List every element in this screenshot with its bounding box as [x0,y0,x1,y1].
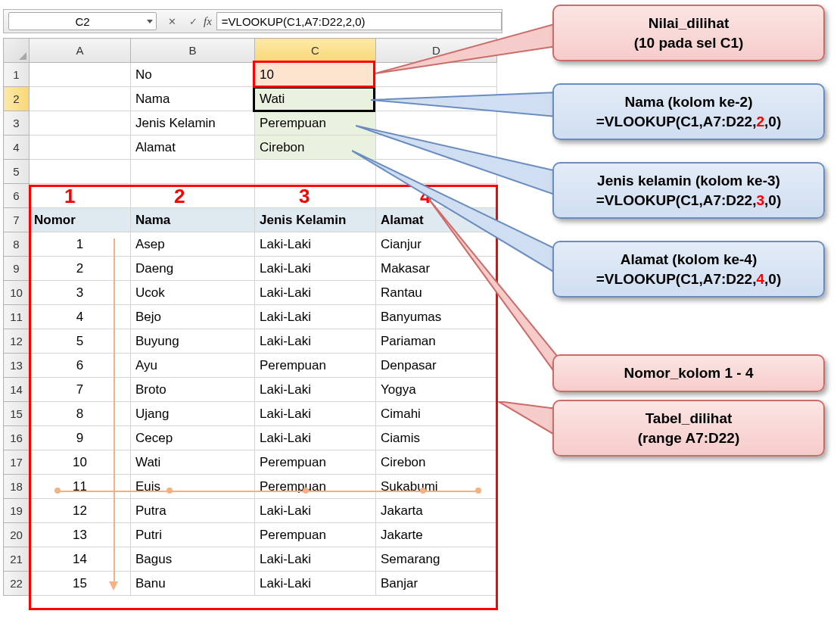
callout-text: Nilai_dilihat [649,15,730,31]
cell[interactable]: Nama [131,87,255,111]
row-header[interactable]: 16 [4,426,30,450]
col-header-B[interactable]: B [131,39,255,63]
callout-tabel-dilihat: Tabel_dilihat (range A7:D22) [552,400,825,457]
row-header[interactable]: 10 [4,281,30,305]
cell[interactable] [376,87,497,111]
colnum-3: 3 [299,185,310,208]
row-header[interactable]: 19 [4,499,30,523]
row-header[interactable]: 5 [4,160,30,184]
cell[interactable]: Jenis Kelamin [131,111,255,136]
formula-bar-row: C2 ✕ ✓ fx =VLOOKUP(C1,A7:D22,2,0) [3,9,502,33]
row-header[interactable]: 13 [4,354,30,378]
active-cell-border [253,86,375,112]
colnum-4: 4 [420,185,431,208]
colnum-1: 1 [64,185,75,208]
formula-text: =VLOOKUP(C1,A7:D22,2,0) [222,15,366,28]
callout-nilai-dilihat: Nilai_dilihat (10 pada sel C1) [552,5,825,61]
cell[interactable]: Perempuan [255,111,376,136]
name-box-dropdown-icon[interactable] [147,20,153,23]
row-header[interactable]: 11 [4,305,30,329]
fx-icon[interactable]: fx [204,15,212,28]
row-header[interactable]: 21 [4,547,30,572]
row-header[interactable]: 8 [4,232,30,257]
col-header-C[interactable]: C [255,39,376,63]
row-header[interactable]: 20 [4,523,30,547]
annotation-box-c1 [253,61,375,88]
callout-text: Alamat (kolom ke-4) [621,251,758,267]
callout-text: Jenis kelamin (kolom ke-3) [597,173,780,189]
callout-formula: =VLOOKUP(C1,A7:D22,3,0) [596,192,781,208]
row-header[interactable]: 22 [4,572,30,596]
row-header[interactable]: 7 [4,208,30,232]
callout-text: (range A7:D22) [638,430,739,446]
callout-text: (10 pada sel C1) [634,35,744,51]
select-all-corner[interactable] [4,39,30,63]
row-header[interactable]: 4 [4,136,30,160]
cell[interactable] [376,160,497,184]
cancel-icon[interactable]: ✕ [163,13,181,30]
colnum-2: 2 [174,185,185,208]
cell[interactable] [376,111,497,136]
callout-text: Nomor_kolom 1 - 4 [624,365,753,381]
row-header[interactable]: 3 [4,111,30,136]
callout-jk: Jenis kelamin (kolom ke-3) =VLOOKUP(C1,A… [552,162,825,219]
row-header[interactable]: 17 [4,450,30,475]
row-header[interactable]: 15 [4,402,30,426]
cell[interactable] [376,63,497,87]
name-box-value: C2 [75,15,89,28]
callout-formula: =VLOOKUP(C1,A7:D22,2,0) [596,114,781,129]
row-header[interactable]: 14 [4,378,30,402]
row-header[interactable]: 18 [4,475,30,499]
cell[interactable] [30,63,131,87]
callout-nama: Nama (kolom ke-2) =VLOOKUP(C1,A7:D22,2,0… [552,83,825,140]
formula-input[interactable]: =VLOOKUP(C1,A7:D22,2,0) [216,12,502,30]
formula-bar: ✕ ✓ fx =VLOOKUP(C1,A7:D22,2,0) [161,10,502,33]
cell[interactable] [30,111,131,136]
cell[interactable] [30,160,131,184]
cell[interactable] [376,136,497,160]
enter-icon[interactable]: ✓ [184,13,202,30]
row-header[interactable]: 9 [4,257,30,281]
callout-formula: =VLOOKUP(C1,A7:D22,4,0) [596,271,781,287]
callout-alamat: Alamat (kolom ke-4) =VLOOKUP(C1,A7:D22,4… [552,241,825,298]
callout-nomor-kolom: Nomor_kolom 1 - 4 [552,354,825,392]
cell[interactable] [131,160,255,184]
col-header-A[interactable]: A [30,39,131,63]
callout-text: Nama (kolom ke-2) [625,94,753,110]
cell[interactable] [255,160,376,184]
callout-text: Tabel_dilihat [646,410,733,426]
svg-marker-5 [498,401,557,436]
cell[interactable] [30,87,131,111]
cell[interactable]: No [131,63,255,87]
name-box[interactable]: C2 [8,12,157,30]
col-header-D[interactable]: D [376,39,497,63]
row-header[interactable]: 2 [4,87,30,111]
callout-tail-icon [498,401,557,454]
row-header[interactable]: 6 [4,184,30,208]
cell[interactable] [30,136,131,160]
cell[interactable]: Cirebon [255,136,376,160]
cell[interactable]: Alamat [131,136,255,160]
row-header[interactable]: 1 [4,63,30,87]
row-header[interactable]: 12 [4,329,30,354]
annotation-box-table [29,185,498,610]
